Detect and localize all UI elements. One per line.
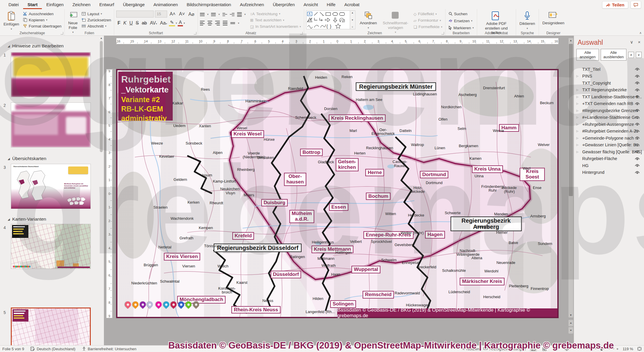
visibility-eye-icon[interactable] [635,143,640,147]
expand-icon[interactable]: ▷ [576,102,578,105]
menu-tab[interactable]: Ansicht [299,0,322,9]
italic-button[interactable]: K [122,20,128,26]
menu-tab[interactable]: Hilfe [322,0,340,9]
cut-button[interactable]: Ausschneiden [22,11,62,16]
drawing-dialog-launcher[interactable] [441,32,444,35]
map-pin[interactable] [169,300,178,309]
scroll-up-icon[interactable]: ▲ [99,36,103,40]
expand-icon[interactable]: ▷ [576,130,578,133]
shape-fill-button[interactable]: ◇Fülleffekt▾ [413,11,443,17]
expand-icon[interactable]: ▷ [576,75,578,78]
zoom-level[interactable]: 119 % [623,347,633,351]
selection-list-item[interactable]: ▷ Hintergrund [574,169,644,176]
slide-thumbnail-4[interactable] [11,224,91,269]
section-uebersichtskarten[interactable]: ◢Übersichtskarten [8,156,46,161]
visibility-eye-icon[interactable] [635,67,640,72]
map-pin[interactable] [154,300,163,309]
visibility-eye-icon[interactable] [635,136,640,140]
shapes-gallery[interactable]: A {} ▲▼≡ [306,11,355,29]
find-button[interactable]: Suchen [448,11,475,16]
text-direction-button[interactable]: ↕ATextrichtung▾ [249,11,302,16]
font-dialog-launcher[interactable] [194,32,196,35]
dictate-button[interactable]: Diktieren▾ [518,11,537,30]
selection-list-item[interactable]: ▷ Ruhrgebiet-Fläche [574,155,644,162]
section-hinweise[interactable]: ◢Hinweise zum Bearbeiten [8,43,64,49]
copy-button[interactable]: Kopieren▾ [22,17,62,23]
menu-tab[interactable]: Acrobat [340,0,364,9]
visibility-eye-icon[interactable] [635,108,640,113]
zoom-in-button[interactable]: + [616,347,619,351]
selection-list-item[interactable]: ▷ #Ruhrgebiet Gemeinden A-Z [574,128,644,135]
menu-tab[interactable]: Datei [4,0,23,9]
align-center-button[interactable] [208,20,212,26]
menu-tab[interactable]: Aufzeichnen [235,0,268,9]
selection-list-item[interactable]: ▷ +Gemeinde-Polygone nach ... [574,135,644,142]
align-text-button[interactable]: ⊞Text ausrichten▾ [249,17,302,23]
font-size-select[interactable]: 15 [155,11,167,18]
expand-icon[interactable]: ▷ [576,143,578,146]
map-pin[interactable] [124,300,132,309]
selection-list-item[interactable]: ▷ HG [574,162,644,169]
visibility-eye-icon[interactable] [635,95,640,99]
columns-button[interactable] [230,21,235,25]
paste-button[interactable]: Einfügen▾ [2,11,20,31]
layout-button[interactable]: Layout▾ [81,11,112,16]
slides-panel-scrollbar[interactable]: ▲ [99,36,103,345]
slide-indicator[interactable]: Folie 5 von 9 [2,347,24,351]
comments-button[interactable] [631,1,641,8]
change-case-button[interactable]: Aa▾ [159,20,168,26]
expand-icon[interactable]: ▷ [576,95,578,98]
can­vas-vertical-scrollbar[interactable]: ▲ ▼ [568,38,573,317]
smartart-button[interactable]: ◲In SmartArt konvertieren▾ [249,24,302,29]
map-pin[interactable] [184,300,193,309]
map-pin[interactable] [162,300,171,309]
selection-list-item[interactable]: ▷ #Regierungsbezirke Grenzen [574,107,644,114]
map-pin[interactable] [138,300,147,309]
bring-forward-button[interactable]: ∧ [628,52,634,58]
reset-button[interactable]: Zurücksetzen [81,17,112,23]
menu-tab[interactable]: Übergänge [119,0,149,9]
line-spacing-button[interactable] [237,11,242,18]
selection-list-item[interactable]: ▷ #+Landkreise-Stadtkreise Gr... [574,114,644,121]
visibility-eye-icon[interactable] [635,157,640,161]
spelling-status[interactable]: x Deutsch (Deutschland) [30,347,75,351]
bullets-button[interactable] [200,12,205,17]
font-name-select[interactable] [116,11,154,18]
replace-button[interactable]: bcErsetzen▾ [448,18,475,23]
scrollbar-thumb[interactable] [569,44,573,196]
section-karten-varianten[interactable]: ◢Karten-Varianten [8,217,46,222]
expand-icon[interactable]: ▷ [576,116,578,119]
format-painter-button[interactable]: Format übertragen [22,23,62,29]
arrange-button[interactable]: Anordnen▾ [358,11,378,30]
char-spacing-button[interactable]: AV▾ [149,20,158,26]
subscript-button[interactable]: ab [141,20,148,26]
close-icon[interactable]: × [638,40,640,45]
visibility-eye-icon[interactable] [635,88,640,92]
paragraph-dialog-launcher[interactable] [300,32,303,35]
increase-indent-button[interactable] [230,12,234,17]
previous-slide-button[interactable]: ⏶ [568,320,573,326]
menu-tab[interactable]: Start [23,0,42,9]
visibility-eye-icon[interactable] [635,115,640,120]
accessibility-status[interactable]: Barrierefreiheit: Untersuchen [82,347,136,351]
shape-effects-button[interactable]: ❏Formeffekte▾ [413,24,443,30]
map-pin[interactable] [192,300,201,309]
next-slide-button[interactable]: ⏷ [568,327,573,334]
numbering-button[interactable] [211,12,216,17]
design-ideas-button[interactable]: Designideen [541,11,566,26]
horizontal-ruler[interactable]: 1615141312111098765432101234567891011121… [116,38,559,44]
selection-list-item[interactable]: ▷ TXT Regierungsbezirke [574,87,644,94]
map-pin[interactable] [145,300,154,309]
menu-tab[interactable]: Animationen [149,0,182,9]
slide-thumbnail-5-current[interactable] [11,308,91,345]
menu-tab[interactable]: Bildschirmpräsentation [182,0,236,9]
collapse-ribbon-button[interactable]: ∧ [639,31,642,35]
share-button[interactable]: Teilen [602,1,628,8]
menu-tab[interactable]: Entwurf [95,0,119,9]
menu-tab[interactable]: Überprüfen [268,0,299,9]
strikethrough-button[interactable]: S [134,20,140,26]
shapes-scrollbar[interactable]: ▲▼≡ [350,11,355,29]
visibility-eye-icon[interactable] [635,129,640,134]
section-button[interactable]: Abschnitt▾ [81,23,112,29]
expand-icon[interactable]: ▷ [576,137,578,140]
